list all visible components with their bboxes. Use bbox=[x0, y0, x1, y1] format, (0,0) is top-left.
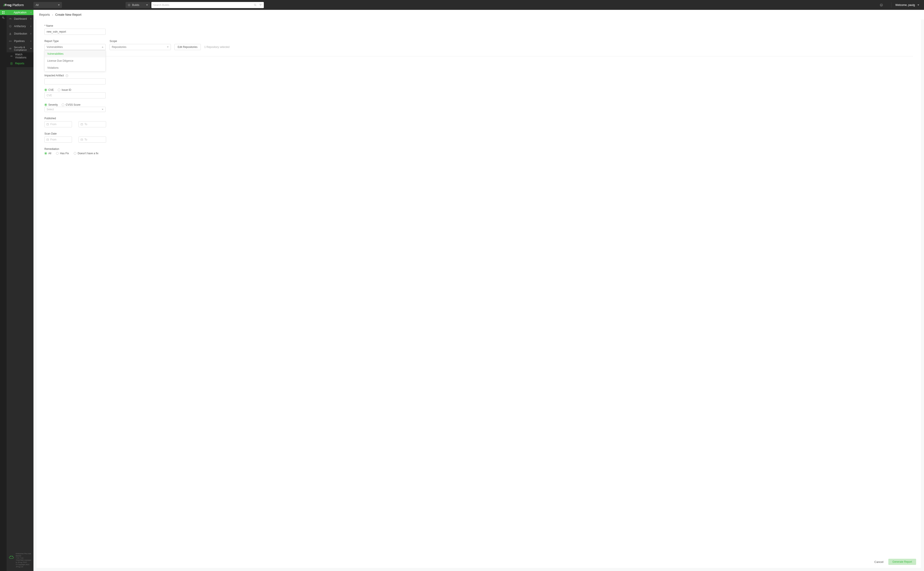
divider bbox=[891, 2, 892, 8]
name-input[interactable] bbox=[45, 29, 106, 35]
radio-severity-label: Severity bbox=[48, 103, 58, 106]
cancel-button[interactable]: Cancel bbox=[874, 560, 884, 563]
impacted-artifact-label: Impacted Artifact ? bbox=[45, 74, 913, 77]
svg-point-21 bbox=[12, 56, 12, 56]
svg-rect-32 bbox=[47, 139, 49, 140]
generate-report-label: Generate Report bbox=[893, 560, 912, 563]
svg-rect-7 bbox=[4, 13, 5, 14]
radio-cvss-label: CVSS Score bbox=[66, 103, 80, 106]
dropdown-option-vulnerabilities[interactable]: Vulnerabilities bbox=[45, 50, 105, 57]
chevron-down-icon bbox=[58, 5, 60, 5]
search-domain-label: Builds bbox=[132, 3, 146, 6]
chevron-up-icon bbox=[102, 46, 103, 48]
cancel-button-label: Cancel bbox=[874, 560, 884, 563]
svg-point-10 bbox=[3, 18, 5, 19]
sidebar-label-pipelines: Pipelines bbox=[14, 40, 25, 43]
sidebar-label-reports: Reports bbox=[15, 62, 24, 65]
repo-selected-hint: 1 Repository selected bbox=[204, 45, 230, 49]
filter-icon[interactable] bbox=[259, 3, 262, 6]
chevron-right-icon bbox=[31, 18, 31, 20]
dropdown-option-violations[interactable]: Violations bbox=[45, 64, 105, 71]
search-input[interactable] bbox=[153, 3, 253, 6]
welcome-text: Welcome, paulg bbox=[895, 3, 915, 6]
chevron-down-icon bbox=[146, 5, 148, 5]
svg-rect-30 bbox=[81, 123, 83, 125]
cve-input[interactable] bbox=[45, 92, 106, 99]
sidebar-item-watch-violations[interactable]: Watch Violations bbox=[6, 52, 34, 60]
radio-cvss[interactable]: CVSS Score bbox=[62, 103, 80, 106]
radio-issue-id[interactable]: Issue ID bbox=[58, 88, 71, 91]
radio-severity[interactable]: Severity bbox=[45, 103, 58, 106]
published-from-input[interactable]: From bbox=[45, 121, 72, 127]
breadcrumb-root[interactable]: Reports bbox=[39, 13, 50, 16]
search-icon[interactable] bbox=[254, 3, 257, 6]
scope-label: Scope bbox=[110, 40, 230, 43]
svg-point-26 bbox=[10, 556, 11, 557]
svg-point-13 bbox=[10, 26, 11, 26]
sidebar-item-distribution[interactable]: Distribution bbox=[6, 30, 34, 37]
radio-remediation-all-label: All bbox=[48, 152, 51, 155]
chevron-down-icon bbox=[167, 46, 169, 48]
severity-select[interactable]: Select bbox=[45, 107, 106, 112]
svg-point-19 bbox=[10, 48, 11, 49]
scan-from-placeholder: From bbox=[50, 138, 56, 141]
context-dropdown-all[interactable]: All bbox=[34, 2, 62, 8]
report-type-select[interactable]: Vulnerabilities bbox=[45, 44, 106, 50]
form-footer: Cancel Generate Report bbox=[37, 556, 921, 568]
radio-remediation-all[interactable]: All bbox=[45, 152, 51, 155]
sidebar-item-security[interactable]: Security & Compliance bbox=[6, 45, 34, 52]
radio-remediation-hasfix-label: Has Fix bbox=[60, 152, 69, 155]
svg-point-15 bbox=[9, 41, 10, 42]
svg-point-16 bbox=[11, 41, 12, 42]
generate-report-button[interactable]: Generate Report bbox=[889, 559, 916, 565]
chevron-down-icon bbox=[102, 109, 103, 110]
breadcrumb-current: Create New Report bbox=[55, 13, 82, 16]
edit-repositories-button[interactable]: Edit Repositories bbox=[174, 44, 201, 50]
scan-from-input[interactable]: From bbox=[45, 136, 72, 143]
impacted-artifact-input[interactable] bbox=[45, 78, 106, 85]
report-type-dropdown: Vulnerabilities License Due Diligence Vi… bbox=[45, 50, 106, 71]
radio-cve[interactable]: CVE bbox=[45, 88, 54, 91]
remediation-label: Remediation bbox=[45, 147, 913, 151]
icon-rail bbox=[0, 10, 6, 571]
help-icon[interactable]: ? bbox=[880, 3, 883, 6]
published-to-input[interactable]: To bbox=[79, 121, 106, 127]
calendar-icon bbox=[80, 123, 83, 126]
sidebar-label-artifactory: Artifactory bbox=[14, 25, 26, 28]
dropdown-option-license[interactable]: License Due Diligence bbox=[45, 57, 105, 64]
svg-line-11 bbox=[10, 19, 11, 19]
chevron-right-icon bbox=[31, 26, 31, 27]
svg-rect-4 bbox=[2, 11, 3, 12]
logo-j: J bbox=[3, 3, 5, 7]
svg-point-9 bbox=[3, 17, 3, 17]
sidebar-label-distribution: Distribution bbox=[14, 32, 27, 35]
vulnerable-component-label: Vulnerable Component ? bbox=[45, 60, 913, 63]
sidebar-item-pipelines[interactable]: Pipelines bbox=[6, 37, 34, 45]
radio-remediation-hasfix[interactable]: Has Fix bbox=[56, 152, 69, 155]
scope-value: Repositories bbox=[112, 45, 167, 49]
search-box bbox=[151, 2, 264, 8]
scan-to-input[interactable]: To bbox=[79, 136, 106, 143]
sidebar-item-reports[interactable]: Reports bbox=[6, 60, 34, 67]
user-menu[interactable]: Welcome, paulg bbox=[895, 3, 919, 6]
sidebar-header-label: Application bbox=[14, 11, 26, 14]
radio-remediation-nofix[interactable]: Doesn't have a fix bbox=[74, 152, 99, 155]
rail-item-settings[interactable] bbox=[0, 15, 6, 20]
published-to-placeholder: To bbox=[85, 123, 87, 126]
sidebar-item-dashboard[interactable]: Dashboard bbox=[6, 15, 34, 23]
scan-to-placeholder: To bbox=[85, 138, 87, 141]
collapse-sidebar-icon[interactable] bbox=[31, 12, 31, 13]
svg-line-3 bbox=[256, 5, 256, 6]
jfrog-icon bbox=[8, 554, 14, 560]
license-line4: © Copyright 2021 JFrog Ltd bbox=[16, 563, 32, 568]
report-type-label: Report Type bbox=[45, 40, 106, 43]
chevron-right-icon bbox=[31, 40, 31, 42]
rail-item-apps[interactable] bbox=[0, 10, 6, 15]
chevron-right-icon bbox=[31, 33, 31, 34]
search-domain-dropdown[interactable]: Builds bbox=[126, 2, 150, 8]
chevron-right-icon: › bbox=[52, 13, 53, 16]
scope-select[interactable]: Repositories bbox=[110, 44, 171, 50]
sidebar-item-artifactory[interactable]: Artifactory bbox=[6, 23, 34, 30]
help-icon[interactable]: ? bbox=[66, 74, 68, 77]
svg-point-20 bbox=[11, 56, 11, 56]
